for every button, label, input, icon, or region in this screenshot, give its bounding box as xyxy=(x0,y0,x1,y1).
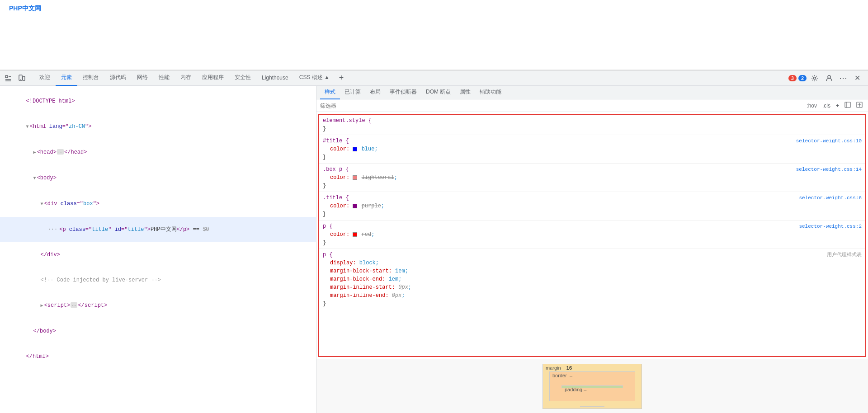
css-rule-title-class: selector-weight.css:6 .title { color: pu… xyxy=(319,192,865,221)
box-model-visual: margin 16 border – padding – xyxy=(542,364,642,409)
css-rule-p-red: selector-weight.css:2 p { color: red; } xyxy=(319,221,865,249)
hov-filter-button[interactable]: :hov xyxy=(805,102,819,110)
box-model-diagram: margin 16 border – padding – xyxy=(316,359,868,413)
add-tab-button[interactable]: + xyxy=(335,72,348,84)
subtab-computed[interactable]: 已计算 xyxy=(340,86,365,99)
filter-input[interactable] xyxy=(320,103,805,109)
device-toolbar-icon[interactable] xyxy=(15,72,28,84)
margin-box: margin 16 border – padding – xyxy=(542,364,642,409)
border-box: border – padding – xyxy=(549,371,635,401)
dom-line-head[interactable]: ▶<head>···</head> xyxy=(0,140,316,165)
more-options-icon[interactable]: ⋯ xyxy=(837,73,849,83)
dom-line-div-close: </div> xyxy=(0,242,316,268)
padding-box: padding – xyxy=(561,385,623,388)
toggle-sidebar-button[interactable] xyxy=(843,101,853,110)
dom-line-doctype: <!DOCTYPE html> xyxy=(0,89,316,114)
site-title: PHP中文网 xyxy=(9,5,41,12)
dom-line-p-title[interactable]: ···<p class="title" id="title">PHP中文网</p… xyxy=(0,217,316,242)
color-swatch-purple xyxy=(353,204,357,208)
color-swatch-blue xyxy=(353,147,357,151)
tab-console[interactable]: 控制台 xyxy=(77,70,104,86)
tab-security[interactable]: 安全性 xyxy=(229,70,256,86)
cls-filter-button[interactable]: .cls xyxy=(821,102,832,110)
webpage-preview: PHP中文网 xyxy=(0,0,868,70)
svg-rect-5 xyxy=(23,76,25,80)
filter-actions: :hov .cls + xyxy=(805,101,864,110)
svg-rect-9 xyxy=(845,102,850,108)
css-source-link-title-id[interactable]: selector-weight.css:10 xyxy=(796,137,862,145)
css-source-link-p-red[interactable]: selector-weight.css:2 xyxy=(799,222,862,230)
subtab-styles[interactable]: 样式 xyxy=(320,86,340,99)
tab-memory[interactable]: 内存 xyxy=(175,70,197,86)
css-rule-title-id: selector-weight.css:10 #title { color: b… xyxy=(319,135,865,164)
close-devtools-button[interactable]: ✕ xyxy=(851,72,863,84)
css-rule-box-p: selector-weight.css:14 .box p { color: l… xyxy=(319,164,865,192)
warning-badge: 2 xyxy=(798,75,807,81)
tab-application[interactable]: 应用程序 xyxy=(197,70,229,86)
tab-welcome[interactable]: 欢迎 xyxy=(34,70,56,86)
subtab-accessibility[interactable]: 辅助功能 xyxy=(475,86,506,99)
dom-line-body[interactable]: ▼<body> xyxy=(0,165,316,191)
profile-icon[interactable] xyxy=(823,72,835,84)
dom-line-div[interactable]: ▼<div class="box"> xyxy=(0,191,316,217)
css-rule-element-style: element.style { } xyxy=(319,115,865,135)
devtools-panel: 欢迎 元素 控制台 源代码 网络 性能 内存 应用程序 xyxy=(0,70,868,413)
css-source-link-title-class[interactable]: selector-weight.css:6 xyxy=(799,194,862,202)
toolbar-right-actions: 3 2 ⋯ ✕ xyxy=(788,72,866,84)
devtools-toolbar: 欢迎 元素 控制台 源代码 网络 性能 内存 应用程序 xyxy=(0,70,868,86)
color-swatch-red xyxy=(353,232,357,237)
dom-line-script[interactable]: ▶<script>···</script> xyxy=(0,293,316,319)
tab-performance[interactable]: 性能 xyxy=(153,70,175,86)
new-style-rule-button[interactable] xyxy=(854,101,864,110)
dom-line-comment: <!-- Code injected by live-server --> xyxy=(0,268,316,293)
inspect-element-icon[interactable] xyxy=(2,72,14,84)
svg-point-7 xyxy=(814,77,816,79)
svg-point-8 xyxy=(828,75,830,78)
tab-lighthouse[interactable]: Lighthouse xyxy=(256,70,294,86)
dom-line-body-close: </body> xyxy=(0,319,316,344)
dom-panel[interactable]: <!DOCTYPE html> ▼<html lang="zh-CN"> ▶<h… xyxy=(0,86,316,413)
tab-network[interactable]: 网络 xyxy=(132,70,153,86)
add-style-button[interactable]: + xyxy=(834,102,841,110)
tab-css-overview[interactable]: CSS 概述 ▲ xyxy=(294,70,335,86)
css-rules-panel[interactable]: element.style { } selector-weight.css:10… xyxy=(318,114,866,357)
subtab-event-listeners[interactable]: 事件侦听器 xyxy=(385,86,421,99)
settings-icon[interactable] xyxy=(808,72,821,84)
content-box xyxy=(580,406,604,407)
svg-rect-0 xyxy=(5,75,8,78)
dom-line-html-close: </html> xyxy=(0,344,316,369)
toolbar-separator-1 xyxy=(31,74,31,83)
tab-elements[interactable]: 元素 xyxy=(56,70,77,86)
styles-panel: 样式 已计算 布局 事件侦听器 DOM 断点 属性 辅助功能 xyxy=(316,86,868,413)
filter-bar: :hov .cls + xyxy=(316,99,868,112)
subtab-properties[interactable]: 属性 xyxy=(455,86,475,99)
css-rule-p-ua: 用户代理样式表 p { display: block; margin-block… xyxy=(319,249,865,310)
devtools-main: <!DOCTYPE html> ▼<html lang="zh-CN"> ▶<h… xyxy=(0,86,868,413)
subtab-dom-breakpoints[interactable]: DOM 断点 xyxy=(421,86,455,99)
error-badge: 3 xyxy=(788,75,797,81)
css-source-link-box-p[interactable]: selector-weight.css:14 xyxy=(796,165,862,174)
dom-line-html[interactable]: ▼<html lang="zh-CN"> xyxy=(0,114,316,140)
devtools-tabs: 欢迎 元素 控制台 源代码 网络 性能 内存 应用程序 xyxy=(34,70,788,86)
color-swatch-lightcoral xyxy=(353,175,357,180)
subtab-layout[interactable]: 布局 xyxy=(365,86,385,99)
styles-subtoolbar: 样式 已计算 布局 事件侦听器 DOM 断点 属性 辅助功能 xyxy=(316,86,868,99)
tab-source[interactable]: 源代码 xyxy=(104,70,132,86)
